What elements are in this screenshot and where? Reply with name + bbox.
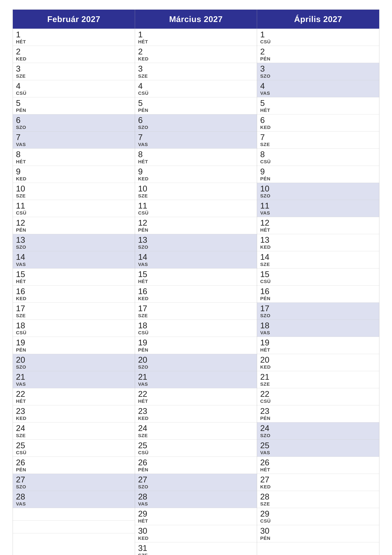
day-number: 31 — [138, 544, 254, 553]
day-name: SZE — [260, 381, 376, 387]
day-name: HÉT — [260, 467, 376, 472]
day-row: 25VAS — [257, 439, 379, 457]
day-row: 23KED — [135, 405, 257, 422]
day-number: 16 — [138, 287, 254, 296]
day-row: 2KED — [135, 46, 257, 63]
day-name: PÉN — [260, 176, 376, 182]
day-number: 14 — [138, 253, 254, 262]
day-number: 19 — [260, 338, 376, 347]
day-name: SZE — [138, 553, 254, 555]
month-header-aprilis: Április 2027 — [257, 10, 379, 29]
day-row: 2KED — [13, 46, 135, 63]
day-number: 15 — [260, 270, 376, 279]
day-number: 26 — [16, 458, 132, 467]
day-row: 7VAS — [135, 131, 257, 148]
day-number: 15 — [138, 270, 254, 279]
day-name: HÉT — [138, 518, 254, 524]
day-name: VAS — [16, 501, 132, 507]
day-number: 12 — [138, 218, 254, 227]
day-number: 4 — [138, 81, 254, 90]
day-number: 13 — [260, 235, 376, 244]
day-name: CSÜ — [260, 518, 376, 524]
day-number: 11 — [138, 201, 254, 210]
day-number: 16 — [260, 287, 376, 296]
day-row: 6SZO — [135, 114, 257, 131]
day-number: 5 — [260, 99, 376, 108]
day-row-empty — [13, 508, 135, 520]
day-name: CSÜ — [138, 450, 254, 455]
day-name: CSÜ — [138, 330, 254, 336]
day-row: 27SZO — [13, 474, 135, 491]
day-row: 21VAS — [135, 371, 257, 388]
day-name: CSÜ — [138, 210, 254, 216]
day-name: HÉT — [16, 159, 132, 164]
day-row: 15HÉT — [135, 268, 257, 285]
day-number: 18 — [138, 321, 254, 330]
day-name: VAS — [260, 90, 376, 96]
day-number: 24 — [16, 424, 132, 433]
day-row: 28SZE — [257, 491, 379, 508]
day-name: SZO — [16, 125, 132, 130]
day-name: KED — [260, 484, 376, 489]
day-row: 13KED — [257, 234, 379, 251]
day-name: VAS — [260, 210, 376, 216]
day-number: 13 — [16, 235, 132, 244]
day-name: SZO — [260, 73, 376, 79]
day-row: 5PÉN — [13, 97, 135, 114]
day-name: VAS — [138, 142, 254, 147]
day-number: 1 — [260, 30, 376, 39]
day-number: 1 — [138, 30, 254, 39]
day-name: PÉN — [138, 108, 254, 113]
day-number: 10 — [260, 184, 376, 193]
day-number: 20 — [260, 355, 376, 364]
day-row: 22CSÜ — [257, 388, 379, 405]
day-row: 18CSÜ — [13, 320, 135, 337]
day-number: 7 — [138, 133, 254, 142]
day-name: KED — [260, 364, 376, 370]
day-name: VAS — [260, 450, 376, 455]
day-row: 24SZE — [13, 422, 135, 439]
day-row: 31SZE — [135, 542, 257, 555]
day-name: KED — [138, 176, 254, 182]
day-name: CSÜ — [260, 159, 376, 164]
day-name: PÉN — [138, 347, 254, 353]
day-row: 16PÉN — [257, 285, 379, 302]
day-name: SZO — [260, 433, 376, 438]
day-name: VAS — [138, 262, 254, 267]
day-name: PÉN — [16, 467, 132, 472]
day-row: 5PÉN — [135, 97, 257, 114]
day-number: 2 — [138, 47, 254, 56]
day-number: 30 — [260, 526, 376, 535]
day-number: 23 — [138, 407, 254, 416]
month-column-aprilis: Április 20271CSÜ2PÉN3SZO4VAS5HÉT6KED7SZE… — [257, 10, 379, 555]
day-number: 1 — [16, 30, 132, 39]
day-number: 9 — [138, 167, 254, 176]
day-row: 5HÉT — [257, 97, 379, 114]
day-row: 7SZE — [257, 131, 379, 148]
day-number: 25 — [260, 441, 376, 450]
day-number: 12 — [16, 218, 132, 227]
day-number: 3 — [138, 64, 254, 73]
day-name: SZE — [138, 313, 254, 318]
day-row: 14VAS — [135, 251, 257, 268]
day-name: KED — [16, 176, 132, 182]
day-row: 4CSÜ — [135, 80, 257, 97]
day-row: 17SZO — [257, 302, 379, 320]
day-name: HÉT — [138, 39, 254, 44]
day-name: SZE — [16, 73, 132, 79]
day-name: VAS — [16, 381, 132, 387]
day-name: CSÜ — [260, 39, 376, 44]
day-name: SZO — [16, 484, 132, 489]
day-row: 7VAS — [13, 131, 135, 148]
day-row: 12HÉT — [257, 217, 379, 234]
day-name: KED — [260, 125, 376, 130]
day-row: 10SZO — [257, 183, 379, 200]
day-row: 8CSÜ — [257, 148, 379, 166]
month-column-marcius: Március 20271HÉT2KED3SZE4CSÜ5PÉN6SZO7VAS… — [135, 10, 257, 555]
day-number: 23 — [260, 407, 376, 416]
day-row: 16KED — [13, 285, 135, 302]
day-number: 2 — [260, 47, 376, 56]
day-row: 14SZE — [257, 251, 379, 268]
day-row: 11CSÜ — [13, 200, 135, 217]
day-name: CSÜ — [16, 90, 132, 96]
